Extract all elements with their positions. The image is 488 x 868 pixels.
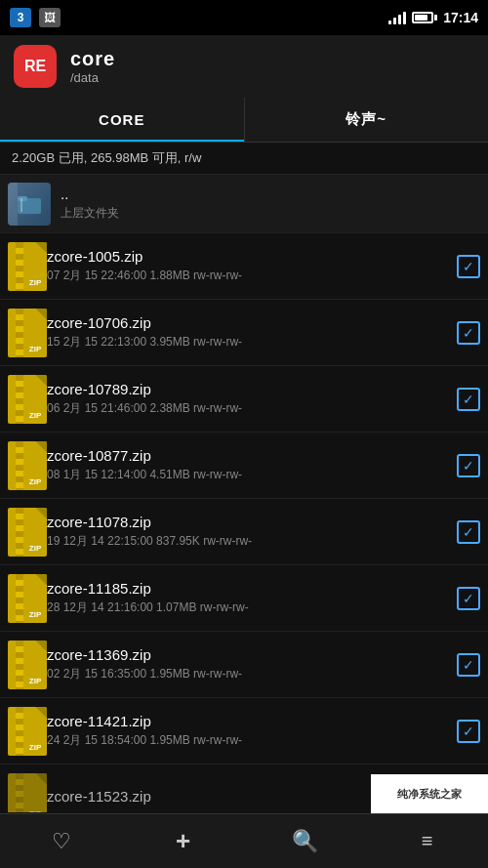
nav-menu[interactable]: ≡ [366,814,488,868]
file-checkbox[interactable] [457,520,480,544]
status-bar-right: 17:14 [388,10,478,25]
file-checkbox[interactable] [457,587,480,610]
zip-icon: ZIP [8,641,47,689]
app-header: RE core /data [0,35,488,98]
file-info: zcore-11185.zip 28 12月 14 21:16:00 1.07M… [47,580,457,616]
status-bar: 3 🖼 17:14 [0,0,488,35]
file-meta: 02 2月 15 16:35:00 1.95MB rw-rw-rw- [47,666,457,682]
file-meta: 28 12月 14 21:16:00 1.07MB rw-rw-rw- [47,599,457,616]
watermark: 纯净系统之家 [371,774,488,813]
photo-icon: 🖼 [39,8,61,27]
file-name: zcore-11078.zip [47,514,457,530]
zip-icon: ZIP [8,508,47,557]
signal-icon [388,11,406,24]
file-info: zcore-11421.zip 24 2月 15 18:54:00 1.95MB… [47,713,457,749]
nav-search[interactable]: 🔍 [244,814,366,868]
file-meta: 19 12月 14 22:15:00 837.95K rw-rw-rw- [47,533,457,550]
file-meta: 15 2月 15 22:13:00 3.95MB rw-rw-rw- [47,334,457,351]
parent-folder-icon [8,183,51,226]
zip-icon: ZIP [8,574,47,623]
file-name: zcore-1005.zip [47,248,457,265]
app-subtitle: /data [70,70,115,85]
tab-ringtone[interactable]: 铃声~ [245,98,489,142]
zip-icon: ZIP [8,707,47,756]
tab-core[interactable]: CORE [0,98,244,142]
heart-icon: ♡ [52,829,71,854]
info-bar: 2.20GB 已用, 265.98MB 可用, r/w [0,143,488,175]
file-name: zcore-10877.zip [47,447,457,464]
search-icon: 🔍 [292,829,318,854]
nav-favorites[interactable]: ♡ [0,814,122,868]
file-meta: 24 2月 15 18:54:00 1.95MB rw-rw-rw- [47,732,457,749]
file-item[interactable]: ZIP zcore-11078.zip 19 12月 14 22:15:00 8… [0,499,488,565]
file-checkbox[interactable] [457,653,480,677]
file-item[interactable]: ZIP zcore-11421.zip 24 2月 15 18:54:00 1.… [0,698,488,765]
file-checkbox[interactable] [457,454,480,477]
zip-icon: ZIP [8,242,47,291]
app-icon: RE [14,45,57,88]
file-info: zcore-11078.zip 19 12月 14 22:15:00 837.9… [47,514,457,550]
zip-icon: ZIP [8,375,47,424]
file-name: zcore-10789.zip [47,381,457,397]
parent-folder-label: .. [61,186,480,202]
file-info: zcore-1005.zip 07 2月 15 22:46:00 1.88MB … [47,248,457,284]
tab-bar: CORE 铃声~ [0,98,488,143]
status-bar-left: 3 🖼 [10,8,61,27]
zip-icon: ZIP [8,441,47,490]
file-meta: 08 1月 15 12:14:00 4.51MB rw-rw-rw- [47,467,457,483]
file-info: zcore-10789.zip 06 2月 15 21:46:00 2.38MB… [47,381,457,417]
file-name: zcore-11369.zip [47,646,457,663]
notification-icon: 3 [10,8,31,27]
file-item[interactable]: ZIP zcore-10877.zip 08 1月 15 12:14:00 4.… [0,433,488,499]
file-item[interactable]: ZIP zcore-11369.zip 02 2月 15 16:35:00 1.… [0,632,488,698]
watermark-text: 纯净系统之家 [397,787,462,802]
file-info: zcore-11369.zip 02 2月 15 16:35:00 1.95MB… [47,646,457,682]
file-name: zcore-11421.zip [47,713,457,729]
status-time: 17:14 [443,10,478,25]
file-meta: 06 2月 15 21:46:00 2.38MB rw-rw-rw- [47,400,457,417]
file-item[interactable]: ZIP zcore-10789.zip 06 2月 15 21:46:00 2.… [0,366,488,433]
zip-icon: ZIP [8,773,47,813]
file-list: .. 上层文件夹 ZIP zcore-1005.zip 07 2月 15 22:… [0,175,488,812]
app-title: core [70,48,115,70]
file-meta: 07 2月 15 22:46:00 1.88MB rw-rw-rw- [47,268,457,284]
file-item[interactable]: ZIP zcore-1005.zip 07 2月 15 22:46:00 1.8… [0,233,488,300]
parent-folder-item[interactable]: .. 上层文件夹 [0,175,488,233]
nav-add[interactable]: + [122,814,244,868]
app-title-group: core /data [70,48,115,85]
zip-icon: ZIP [8,309,47,357]
storage-info: 2.20GB 已用, 265.98MB 可用, r/w [12,150,201,165]
parent-folder-sublabel: 上层文件夹 [61,205,480,222]
file-checkbox[interactable] [457,720,480,743]
file-name: zcore-11185.zip [47,580,457,597]
file-name: zcore-10706.zip [47,314,457,331]
file-checkbox[interactable] [457,255,480,278]
file-item[interactable]: ZIP zcore-10706.zip 15 2月 15 22:13:00 3.… [0,300,488,366]
file-item[interactable]: ZIP zcore-11185.zip 28 12月 14 21:16:00 1… [0,565,488,632]
file-info: zcore-10706.zip 15 2月 15 22:13:00 3.95MB… [47,314,457,351]
file-info: zcore-10877.zip 08 1月 15 12:14:00 4.51MB… [47,447,457,483]
file-checkbox[interactable] [457,321,480,345]
plus-icon: + [176,826,190,856]
file-checkbox[interactable] [457,388,480,411]
parent-folder-info: .. 上层文件夹 [61,186,480,222]
bottom-nav: ♡ + 🔍 ≡ [0,813,488,868]
battery-icon [412,12,437,23]
menu-icon: ≡ [422,830,433,852]
